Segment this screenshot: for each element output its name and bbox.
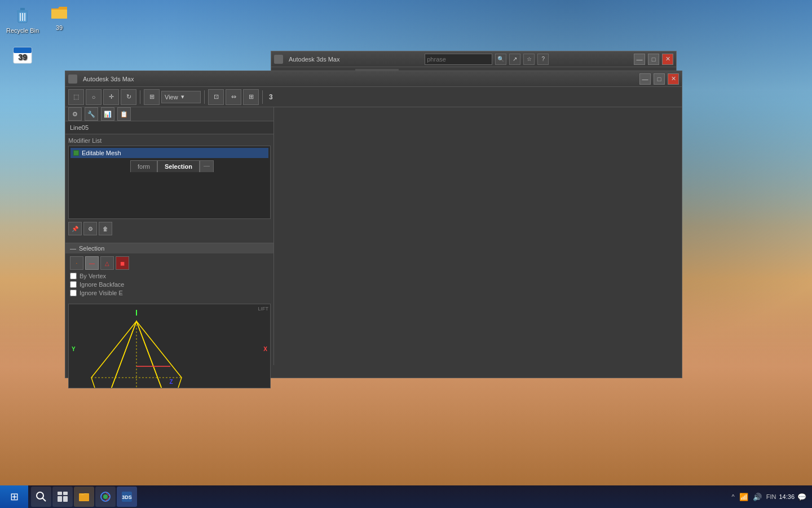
star-icon[interactable]: ☆ xyxy=(523,54,535,65)
svg-rect-42 xyxy=(63,492,68,495)
minimize-button-secondary[interactable]: — xyxy=(634,54,645,65)
view-dropdown-main[interactable]: View ▾ xyxy=(161,91,201,103)
selection-rollout-header[interactable]: — Selection xyxy=(65,243,273,253)
main-sep3 xyxy=(262,90,263,104)
selection-rollout: — Selection · — △ ◼ xyxy=(65,243,273,301)
mod-icon-3[interactable]: 📊 xyxy=(101,107,114,121)
minimize-button-main[interactable]: — xyxy=(639,73,651,85)
secondary-title: Autodesk 3ds Max xyxy=(289,56,340,63)
taskbar-3dsmax-btn[interactable]: 3DS xyxy=(117,487,137,507)
configure-btn[interactable]: ⚙ xyxy=(83,222,97,235)
notification-btn[interactable]: 💬 xyxy=(797,493,806,501)
tb-rotate-main[interactable]: ↻ xyxy=(121,89,136,105)
svg-line-40 xyxy=(42,498,46,501)
title-left: Autodesk 3ds Max xyxy=(68,75,134,84)
taskbar-explorer-btn[interactable] xyxy=(74,487,94,507)
modifier-panel: Modifier List Editable Mesh 📌 ⚙ 🗑 xyxy=(65,134,273,243)
tb-select2-main[interactable]: ⊡ xyxy=(208,89,224,105)
tab-form[interactable]: form xyxy=(130,160,157,172)
clock-area[interactable]: 14:36 xyxy=(779,493,795,501)
taskbar-taskview-btn[interactable] xyxy=(52,487,73,507)
vertex-icon[interactable]: · xyxy=(70,256,83,270)
mod-icon-4[interactable]: 📋 xyxy=(117,107,131,121)
window-controls-main[interactable]: — □ ✕ xyxy=(639,73,679,85)
systray[interactable]: ^ 📶 🔊 FIN xyxy=(732,493,776,501)
tb-move-main[interactable]: ✛ xyxy=(103,89,119,105)
search-icon[interactable]: 🔍 xyxy=(495,54,506,65)
small-viewport[interactable]: LIFT xyxy=(68,304,271,388)
main-sep2 xyxy=(204,90,205,104)
svg-text:3DS: 3DS xyxy=(122,494,132,500)
language-indicator: FIN xyxy=(766,493,776,500)
calendar-icon: 39 xyxy=(12,45,33,65)
by-vertex-row[interactable]: By Vertex xyxy=(70,273,269,279)
volume-icon[interactable]: 🔊 xyxy=(753,493,762,501)
tb-array-main[interactable]: ⊞ xyxy=(243,89,259,105)
polygon-icon[interactable]: ◼ xyxy=(116,256,129,270)
delete-modifier-btn[interactable]: 🗑 xyxy=(99,222,112,235)
panel-tabs-area[interactable]: form Selection — xyxy=(130,160,214,172)
desktop-icon-recycle[interactable]: Recycle Bin xyxy=(6,6,39,34)
cursor-icon[interactable]: ↗ xyxy=(509,54,520,65)
mod-icon-2[interactable]: 🔧 xyxy=(85,107,98,121)
svg-marker-31 xyxy=(136,321,182,388)
edge-icon[interactable]: — xyxy=(85,256,99,270)
folder-label: 39 xyxy=(56,24,63,31)
desktop-icon-calendar[interactable]: 39 xyxy=(6,45,39,67)
pin-stack-btn[interactable]: 📌 xyxy=(68,222,82,235)
modifier-bottom-toolbar[interactable]: 📌 ⚙ 🗑 xyxy=(68,222,271,235)
main-titlebar: Autodesk 3ds Max — □ ✕ xyxy=(65,71,682,87)
network-icon[interactable]: 📶 xyxy=(739,493,748,501)
toolbar-main: ⬚ ○ ✛ ↻ ⊞ View ▾ ⊡ ⇔ ⊞ 3 xyxy=(65,87,682,107)
svg-marker-30 xyxy=(103,321,170,388)
svg-rect-5 xyxy=(51,10,67,19)
search-area[interactable]: 🔍 ↗ ☆ ? xyxy=(425,54,549,65)
modifier-stack-area[interactable]: Editable Mesh xyxy=(68,146,271,219)
small-viewport-label: LIFT xyxy=(258,306,268,312)
taskbar-apps[interactable]: 3DS xyxy=(28,487,140,507)
tb-circle-main[interactable]: ○ xyxy=(86,89,102,105)
svg-rect-1 xyxy=(17,10,28,12)
tb-snap-main[interactable]: ⊞ xyxy=(144,89,160,105)
editable-mesh-item[interactable]: Editable Mesh xyxy=(70,148,268,158)
expand-tray-btn[interactable]: ^ xyxy=(732,493,735,500)
ignore-backface-checkbox[interactable] xyxy=(70,281,77,288)
modifier-list-label: Modifier List xyxy=(68,137,271,144)
svg-rect-44 xyxy=(63,496,68,502)
selection-rollout-content: · — △ ◼ By Vertex Ignore Backface xyxy=(65,253,273,301)
close-button-main[interactable]: ✕ xyxy=(668,73,679,85)
window-controls-secondary[interactable]: — □ ✕ xyxy=(634,54,673,65)
taskbar-search-btn[interactable] xyxy=(31,487,51,507)
desktop: Recycle Bin 39 39 Autodesk 3ds Max xyxy=(0,0,812,508)
explorer-icon xyxy=(78,491,90,503)
maximize-button-secondary[interactable]: □ xyxy=(648,54,659,65)
help-icon[interactable]: ? xyxy=(537,54,549,65)
face-icon[interactable]: △ xyxy=(100,256,114,270)
subobject-icons[interactable]: · — △ ◼ xyxy=(70,256,269,270)
start-button[interactable]: ⊞ xyxy=(0,485,28,508)
left-modifier-panel: ⚙ 🔧 📊 📋 Line05 Modifier List xyxy=(65,107,274,365)
main-title: Autodesk 3ds Max xyxy=(83,76,134,82)
ignore-visible-checkbox[interactable] xyxy=(70,290,77,296)
taskbar-right: ^ 📶 🔊 FIN 14:36 💬 xyxy=(732,485,812,508)
ignore-backface-row[interactable]: Ignore Backface xyxy=(70,281,269,288)
close-button-secondary[interactable]: ✕ xyxy=(662,54,673,65)
tb-select-main[interactable]: ⬚ xyxy=(68,89,84,105)
maximize-button-main[interactable]: □ xyxy=(654,73,665,85)
desktop-icon-folder[interactable]: 39 xyxy=(42,3,76,31)
folder-icon xyxy=(49,3,69,23)
by-vertex-checkbox[interactable] xyxy=(70,273,77,279)
tab-selection[interactable]: Selection xyxy=(157,160,200,172)
zoom-level-main: 3 xyxy=(266,93,276,101)
ignore-visible-row[interactable]: Ignore Visible E xyxy=(70,290,269,296)
modifier-tab-icons[interactable]: ⚙ 🔧 📊 📋 xyxy=(65,107,273,121)
mod-icon-1[interactable]: ⚙ xyxy=(68,107,82,121)
search-input[interactable] xyxy=(425,54,492,65)
tb-mirror-main[interactable]: ⇔ xyxy=(226,89,241,105)
svg-text:39: 39 xyxy=(18,52,27,62)
taskbar-chrome-btn[interactable] xyxy=(95,487,116,507)
ignore-backface-label: Ignore Backface xyxy=(80,281,125,288)
tab-collapse-btn[interactable]: — xyxy=(200,160,214,172)
y-axis-label: Y xyxy=(72,346,76,352)
object-name-area: Line05 xyxy=(65,121,273,134)
